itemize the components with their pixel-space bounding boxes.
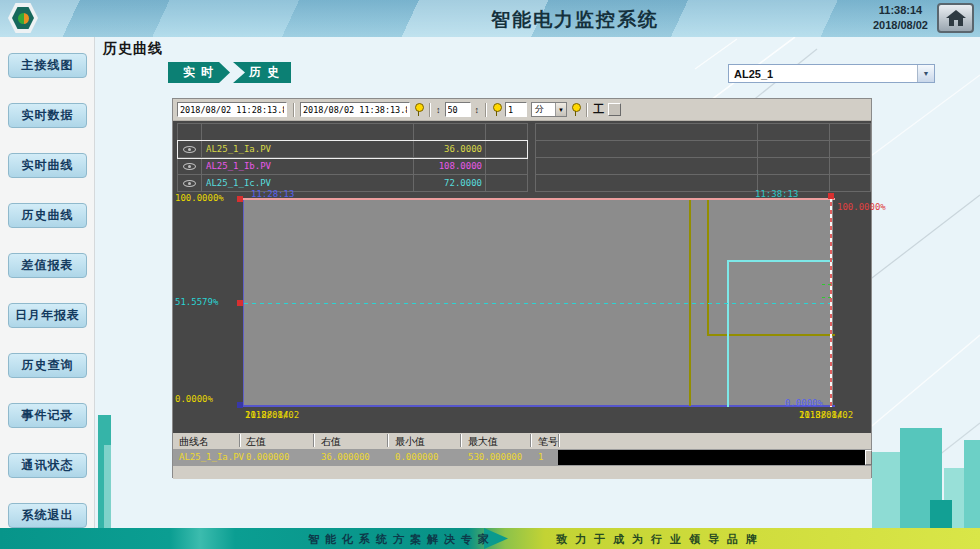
col-pen-number: 笔号	[538, 435, 558, 449]
stat-left: 0.000000	[246, 452, 289, 462]
footer-slogan-left: 智能化系统方案解决专家	[308, 532, 495, 547]
stat-curve-name: AL25_1_Ia.PV	[179, 452, 244, 462]
points-input[interactable]	[445, 102, 471, 117]
home-button[interactable]	[937, 3, 974, 33]
cursor-level-dashed-line	[244, 303, 832, 304]
sidebar-item-diff-report[interactable]: 差值报表	[8, 253, 87, 278]
end-time-input[interactable]	[300, 102, 410, 117]
footer-banner: 智能化系统方案解决专家 致力于成为行业领导品牌	[0, 528, 980, 549]
city-building-decoration	[964, 440, 980, 528]
sidebar-item-dmy-report[interactable]: 日月年报表	[8, 303, 87, 328]
cursor-tool-icon[interactable]: 工	[593, 102, 604, 117]
toolbar-divider	[586, 103, 587, 117]
device-select[interactable]: AL25_1 ▼	[728, 64, 935, 83]
sidebar-item-comm-status[interactable]: 通讯状态	[8, 453, 87, 478]
city-building-decoration	[930, 500, 952, 528]
top-limit-line	[243, 198, 835, 200]
curve-stats-table: 曲线名 左值 右值 最小值 最大值 笔号 AL25_1_Ia.PV 0.0000…	[173, 433, 871, 479]
city-building-decoration	[104, 445, 111, 528]
col-curve-name: 曲线名	[179, 435, 209, 449]
legend-extra-grid	[535, 123, 871, 192]
refresh-icon[interactable]	[571, 103, 580, 116]
col-min-value: 最小值	[395, 435, 425, 449]
curve-name: AL25_1_Ib.PV	[202, 158, 414, 174]
curve-ic-segment	[727, 260, 833, 262]
stats-scroll-corner[interactable]	[865, 450, 872, 465]
curve-legend: AL25_1_Ia.PV 36.0000 AL25_1_Ib.PV 108.00…	[173, 121, 871, 196]
stats-data-row[interactable]: AL25_1_Ia.PV 0.000000 36.000000 0.000000…	[173, 449, 871, 466]
legend-table: AL25_1_Ia.PV 36.0000 AL25_1_Ib.PV 108.00…	[177, 123, 528, 192]
legend-row-ic[interactable]: AL25_1_Ic.PV 72.0000	[178, 175, 527, 192]
curve-value: 36.0000	[414, 141, 486, 157]
app-title: 智能电力监控系统	[170, 7, 980, 33]
interval-unit-value: 分	[532, 103, 555, 116]
sidebar-item-realtime-data[interactable]: 实时数据	[8, 103, 87, 128]
curve-value: 72.0000	[414, 175, 486, 191]
marker-top-left[interactable]	[237, 196, 243, 202]
curve-ia-segment	[707, 200, 709, 336]
points-increase-icon[interactable]: ↕	[475, 103, 480, 117]
sidebar-item-event-record[interactable]: 事件记录	[8, 403, 87, 428]
stat-pen: 1	[538, 452, 543, 462]
chevron-down-icon[interactable]: ▼	[555, 103, 566, 116]
device-select-value: AL25_1	[729, 68, 917, 80]
time-cursor-line[interactable]	[830, 198, 832, 407]
sidebar-item-main-diagram[interactable]: 主接线图	[8, 53, 87, 78]
curve-name: AL25_1_Ic.PV	[202, 175, 414, 191]
legend-row-ib[interactable]: AL25_1_Ib.PV 108.0000	[178, 158, 527, 175]
col-right-value: 右值	[321, 435, 341, 449]
points-decrease-icon[interactable]: ↕	[436, 103, 441, 117]
interval-input[interactable]	[505, 102, 527, 117]
visibility-eye-icon[interactable]	[183, 180, 196, 187]
app-logo-icon	[8, 3, 38, 33]
home-icon	[946, 10, 966, 26]
bottom-axis-line	[243, 405, 835, 407]
stats-empty-area	[558, 450, 865, 465]
marker-mid-left[interactable]	[237, 300, 243, 306]
stat-right: 36.000000	[321, 452, 370, 462]
interval-unit-select[interactable]: 分 ▼	[531, 102, 567, 117]
curve-name: AL25_1_Ia.PV	[202, 141, 414, 157]
stats-header-row: 曲线名 左值 右值 最小值 最大值 笔号	[173, 433, 871, 449]
start-time-label: 11:28:13	[251, 189, 294, 199]
header-clock: 11:38:14 2018/08/02	[873, 3, 928, 33]
visibility-eye-icon[interactable]	[183, 146, 196, 153]
marker-top-right[interactable]	[828, 193, 834, 199]
clock-time: 11:38:14	[873, 3, 928, 18]
sidebar-item-history-query[interactable]: 历史查询	[8, 353, 87, 378]
y-axis-bottom-label: 0.0000%	[175, 394, 213, 404]
city-building-decoration	[872, 452, 900, 528]
cursor-green-marker	[822, 284, 831, 298]
y-axis-top-label: 100.0000%	[175, 193, 224, 203]
chevron-down-icon[interactable]: ▼	[917, 65, 934, 82]
right-bottom-label: 0.0000%	[785, 398, 823, 408]
col-max-value: 最大值	[468, 435, 498, 449]
curve-value: 108.0000	[414, 158, 486, 174]
sidebar: 主接线图 实时数据 实时曲线 历史曲线 差值报表 日月年报表 历史查询 事件记录…	[0, 37, 95, 528]
legend-row-ia[interactable]: AL25_1_Ia.PV 36.0000	[178, 141, 527, 158]
start-time-input[interactable]	[177, 102, 287, 117]
col-left-value: 左值	[246, 435, 266, 449]
curve-toolbar: ↕ ↕ 分 ▼ 工	[173, 99, 871, 121]
visibility-eye-icon[interactable]	[183, 163, 196, 170]
curve-chart: 100.0000% 51.5579% 0.0000% 11:28:13 11:3…	[173, 196, 871, 433]
sidebar-item-realtime-curve[interactable]: 实时曲线	[8, 153, 87, 178]
sidebar-item-history-curve[interactable]: 历史曲线	[8, 203, 87, 228]
disabled-tool-icon	[608, 103, 621, 116]
page-title: 历史曲线	[103, 40, 163, 58]
cursor-time-label: 11:38:13	[755, 189, 798, 199]
apply-time-icon[interactable]	[414, 103, 423, 116]
stat-min: 0.000000	[395, 452, 438, 462]
marker-bottom-left[interactable]	[237, 402, 243, 408]
tab-realtime[interactable]: 实时	[168, 62, 230, 83]
y-axis-cursor-label: 51.5579%	[175, 297, 218, 307]
tab-history[interactable]: 历史	[233, 62, 291, 83]
right-top-label: 100.0000%	[837, 202, 886, 212]
toolbar-divider	[485, 103, 486, 117]
footer-slogan-right: 致力于成为行业领导品牌	[556, 532, 765, 547]
toolbar-divider	[429, 103, 430, 117]
interval-apply-icon[interactable]	[492, 103, 501, 116]
sidebar-item-system-exit[interactable]: 系统退出	[8, 503, 87, 528]
stat-max: 530.000000	[468, 452, 522, 462]
app-header: 智能电力监控系统 11:38:14 2018/08/02	[0, 0, 980, 37]
